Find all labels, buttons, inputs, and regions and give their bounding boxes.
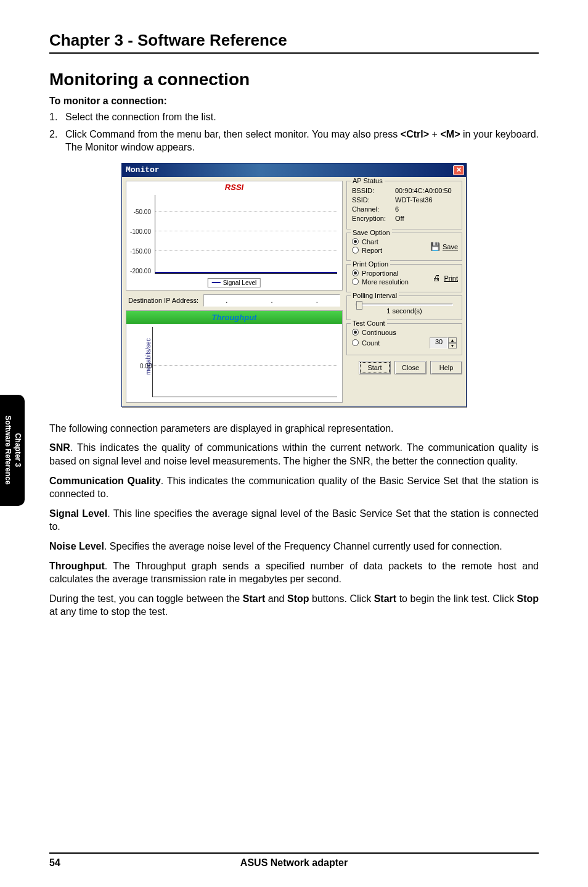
paragraph: SNR. This indicates the quality of commu…	[49, 441, 539, 468]
step-text: Click Command from the menu bar, then se…	[65, 128, 539, 154]
save-report-radio[interactable]: Report	[352, 247, 425, 254]
channel-value: 6	[395, 205, 457, 213]
test-count-group: Test Count Continuous Count 30 ▲ ▼	[346, 323, 462, 355]
throughput-plot-area	[152, 327, 337, 397]
paragraph: Communication Quality. This indicates th…	[49, 474, 539, 501]
paragraph: Signal Level. This line specifies the av…	[49, 507, 539, 534]
step-2: 2. Click Command from the menu bar, then…	[49, 128, 539, 154]
throughput-title: Throughput	[126, 311, 342, 324]
titlebar[interactable]: Monitor ✕	[122, 163, 466, 177]
legend-swatch	[212, 282, 221, 283]
radio-icon	[352, 238, 359, 245]
polling-slider[interactable]	[356, 303, 453, 306]
paragraph: Throughput. The Throughput graph sends a…	[49, 559, 539, 586]
help-button[interactable]: Help	[430, 361, 462, 374]
polling-interval-group: Polling Interval 1 second(s)	[346, 295, 462, 320]
start-button[interactable]: Start	[359, 361, 391, 374]
step-text: Select the connection from the list.	[65, 110, 539, 124]
ap-status-group: AP Status BSSID:00:90:4C:A0:00:50 SSID:W…	[346, 181, 462, 229]
floppy-icon: 💾	[430, 242, 440, 252]
throughput-ylabel: megabits/sec	[145, 338, 152, 374]
encryption-label: Encryption:	[352, 215, 395, 222]
paragraph: Noise Level. Specifies the average noise…	[49, 540, 539, 553]
printer-icon: 🖨	[431, 273, 441, 283]
rssi-title: RSSI	[126, 181, 342, 193]
footer-divider	[49, 852, 539, 854]
polling-title: Polling Interval	[351, 292, 399, 299]
ap-status-title: AP Status	[351, 177, 385, 184]
rssi-chart: RSSI -50.00 -100.00 -150.00 -200.00	[126, 181, 343, 291]
step-number: 2.	[49, 128, 65, 154]
footer-title: ASUS Network adapter	[86, 857, 502, 868]
count-spinner[interactable]: 30 ▲ ▼	[430, 337, 457, 349]
print-more-radio[interactable]: More resolution	[352, 278, 425, 286]
print-option-title: Print Option	[351, 260, 390, 268]
save-chart-radio[interactable]: Chart	[352, 238, 425, 245]
print-option-group: Print Option Proportional More resolutio…	[346, 264, 462, 292]
side-tab: Chapter 3 Software Reference	[0, 395, 25, 506]
radio-icon	[352, 278, 359, 285]
ssid-value: WDT-Test36	[395, 196, 457, 204]
dialog-title: Monitor	[126, 165, 160, 175]
count-input[interactable]: 30	[430, 337, 448, 349]
channel-label: Channel:	[352, 205, 395, 213]
chapter-title: Chapter 3 - Software Reference	[49, 31, 539, 50]
rssi-legend: Signal Level	[208, 278, 261, 287]
subheading: To monitor a connection:	[49, 96, 539, 107]
polling-caption: 1 second(s)	[352, 307, 457, 315]
rssi-y-axis: -50.00 -100.00 -150.00 -200.00	[126, 195, 153, 274]
footer: 54 ASUS Network adapter	[49, 852, 539, 868]
divider	[49, 52, 539, 54]
steps-list: 1. Select the connection from the list. …	[49, 110, 539, 154]
ssid-label: SSID:	[352, 196, 395, 204]
legend-label: Signal Level	[223, 279, 256, 286]
print-proportional-radio[interactable]: Proportional	[352, 270, 425, 277]
step-1: 1. Select the connection from the list.	[49, 110, 539, 124]
side-tab-line2: Software Reference	[2, 416, 12, 485]
dest-ip-input[interactable]: ...	[203, 294, 340, 307]
bssid-value: 00:90:4C:A0:00:50	[395, 187, 457, 194]
count-radio[interactable]: Count 30 ▲ ▼	[352, 337, 457, 349]
close-button[interactable]: ✕	[453, 165, 464, 175]
rssi-plot-area	[155, 195, 337, 274]
bssid-label: BSSID:	[352, 187, 395, 194]
spin-up[interactable]: ▲	[448, 337, 457, 343]
spin-down[interactable]: ▼	[448, 343, 457, 349]
save-option-group: Save Option Chart Report 💾 Save	[346, 233, 462, 261]
encryption-value: Off	[395, 215, 457, 222]
paragraph: During the test, you can toggle between …	[49, 592, 539, 619]
throughput-chart: Throughput megabits/sec 0.00	[126, 310, 343, 403]
save-option-title: Save Option	[351, 229, 392, 236]
dialog-button-row: Start Close Help	[346, 361, 462, 374]
monitor-dialog: Monitor ✕ RSSI -50.00 -100.00 -150.00 -2…	[121, 163, 467, 407]
slider-thumb[interactable]	[356, 301, 362, 310]
print-button[interactable]: 🖨 Print	[431, 273, 458, 283]
save-button[interactable]: 💾 Save	[430, 242, 458, 252]
radio-icon	[352, 329, 359, 336]
radio-icon	[352, 339, 359, 346]
page-number: 54	[49, 857, 86, 868]
side-tab-line1: Chapter 3	[12, 416, 22, 485]
throughput-ytick: 0.00	[140, 362, 152, 369]
test-count-title: Test Count	[351, 320, 387, 327]
close-dialog-button[interactable]: Close	[394, 361, 427, 374]
dest-ip-label: Destination IP Address:	[128, 297, 198, 304]
step-number: 1.	[49, 110, 65, 124]
continuous-radio[interactable]: Continuous	[352, 329, 457, 336]
radio-icon	[352, 270, 359, 276]
radio-icon	[352, 247, 359, 254]
paragraph: The following connection parameters are …	[49, 422, 539, 435]
section-title: Monitoring a connection	[49, 70, 539, 89]
destination-ip-row: Destination IP Address: ...	[126, 293, 343, 308]
